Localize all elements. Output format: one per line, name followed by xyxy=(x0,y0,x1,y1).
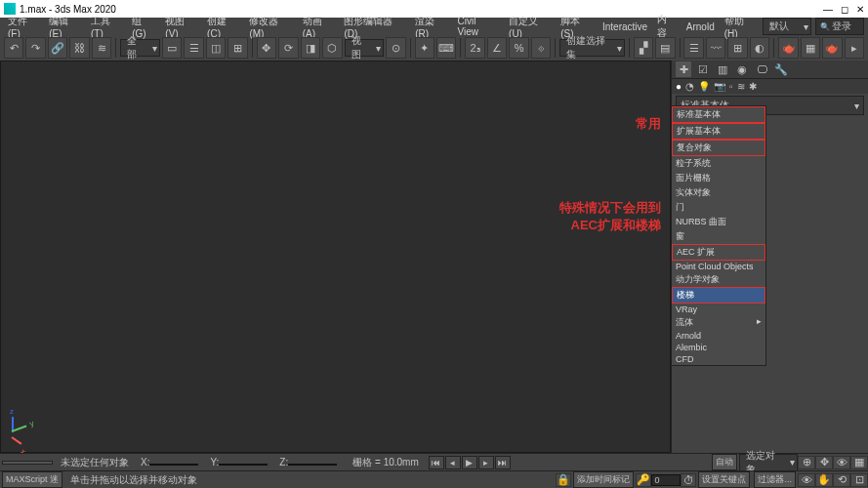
menu-customize[interactable]: 自定义(U) xyxy=(505,15,555,39)
key-icon[interactable]: 🔑 xyxy=(636,473,651,487)
frame-input[interactable]: 0 xyxy=(651,474,681,486)
lights-icon[interactable]: 💡 xyxy=(698,81,710,92)
menu-item-13[interactable]: VRay xyxy=(672,304,765,315)
setkey-button[interactable]: 设置关键点 xyxy=(698,471,750,488)
menu-item-8[interactable]: 窗 xyxy=(672,229,765,244)
menu-content[interactable]: 内容 xyxy=(653,13,681,40)
maximize-button[interactable]: ◻ xyxy=(841,4,848,15)
manipulate-button[interactable]: ✦ xyxy=(415,37,434,59)
menu-item-4[interactable]: 面片栅格 xyxy=(672,171,765,185)
nav-icon-2[interactable]: ✥ xyxy=(815,456,833,469)
menu-item-0[interactable]: 标准基本体 xyxy=(672,106,765,123)
menu-item-6[interactable]: 门 xyxy=(672,200,765,215)
snap-button[interactable]: 2₃ xyxy=(465,37,484,59)
render-setup-button[interactable]: 🫖 xyxy=(778,37,798,59)
timeconfig-icon[interactable]: ⏱ xyxy=(681,473,696,487)
menu-item-10[interactable]: Point Cloud Objects xyxy=(672,261,765,272)
nav-icon-4[interactable]: ▦ xyxy=(850,456,868,469)
bind-button[interactable]: ≋ xyxy=(92,37,111,59)
signin-button[interactable]: 登录 xyxy=(815,18,864,35)
coord-y-input[interactable] xyxy=(219,464,268,466)
keyfilter-dropdown[interactable]: 选定对象 xyxy=(739,454,798,471)
coord-x-input[interactable] xyxy=(149,464,198,466)
unlink-button[interactable]: ⛓ xyxy=(69,37,89,59)
menu-item-5[interactable]: 实体对象 xyxy=(672,185,765,200)
menu-item-16[interactable]: Alembic xyxy=(672,342,765,353)
window-crossing-button[interactable]: ⊞ xyxy=(227,37,247,59)
layer-button[interactable]: ☰ xyxy=(683,37,703,59)
systems-icon[interactable]: ✱ xyxy=(749,81,757,92)
menu-animation[interactable]: 动画(A) xyxy=(299,15,339,39)
viewport[interactable] xyxy=(0,61,671,453)
modify-tab-icon[interactable]: ☑ xyxy=(695,61,711,77)
lock-icon[interactable]: 🔒 xyxy=(556,473,571,487)
selection-filter-dropdown[interactable]: 全部 xyxy=(120,39,159,57)
nav-icon-1[interactable]: ⊕ xyxy=(798,456,815,469)
select-button[interactable]: ▭ xyxy=(162,37,182,59)
maxscript-label[interactable]: MAXScript 迷 xyxy=(2,471,62,488)
geometry-icon[interactable]: ● xyxy=(676,81,682,92)
spacewarps-icon[interactable]: ≋ xyxy=(737,81,745,92)
keyboard-button[interactable]: ⌨ xyxy=(436,37,456,59)
curve-editor-button[interactable]: 〰 xyxy=(706,37,725,59)
menu-create[interactable]: 创建(C) xyxy=(203,15,243,39)
motion-tab-icon[interactable]: ◉ xyxy=(734,61,750,77)
menu-rendering[interactable]: 渲染(R) xyxy=(411,15,451,39)
select-region-button[interactable]: ◫ xyxy=(206,37,226,59)
angle-snap-button[interactable]: ∠ xyxy=(487,37,507,59)
minimize-button[interactable]: — xyxy=(823,4,833,15)
menu-item-14[interactable]: 流体 xyxy=(672,315,765,330)
menu-item-3[interactable]: 粒子系统 xyxy=(672,156,765,171)
schematic-button[interactable]: ⊞ xyxy=(727,37,747,59)
menu-edit[interactable]: 编辑(E) xyxy=(45,15,85,39)
material-button[interactable]: ◐ xyxy=(750,37,769,59)
cameras-icon[interactable]: 📷 xyxy=(714,81,725,92)
menu-arnold[interactable]: Arnold xyxy=(682,21,719,32)
placement-button[interactable]: ⬡ xyxy=(322,37,342,59)
mirror-button[interactable]: ▞ xyxy=(634,37,653,59)
helpers-icon[interactable]: ▫ xyxy=(729,81,733,92)
display-tab-icon[interactable]: 🖵 xyxy=(754,61,769,77)
menu-view[interactable]: 视图(V) xyxy=(161,15,201,39)
rotate-button[interactable]: ⟳ xyxy=(278,37,298,59)
menu-item-2[interactable]: 复合对象 xyxy=(672,140,765,156)
menu-file[interactable]: 文件(F) xyxy=(4,15,43,39)
menu-item-7[interactable]: NURBS 曲面 xyxy=(672,215,765,229)
spinner-snap-button[interactable]: ⟐ xyxy=(531,37,551,59)
goto-start-button[interactable]: ⏮ xyxy=(429,456,444,469)
menu-item-17[interactable]: CFD xyxy=(672,353,765,365)
menu-item-11[interactable]: 动力学对象 xyxy=(672,272,765,287)
script-listener[interactable] xyxy=(2,461,53,465)
autokey-button[interactable]: 自动 xyxy=(712,454,737,470)
menu-help[interactable]: 帮助(H) xyxy=(721,15,761,39)
named-selection-dropdown[interactable]: 创建选择集 xyxy=(559,39,624,57)
shapes-icon[interactable]: ◔ xyxy=(685,81,694,92)
menu-item-9[interactable]: AEC 扩展 xyxy=(672,244,765,261)
align-button[interactable]: ▤ xyxy=(655,37,675,59)
undo-button[interactable]: ↶ xyxy=(4,37,23,59)
utilities-tab-icon[interactable]: 🔧 xyxy=(773,61,789,77)
workspace-label[interactable]: 默认 xyxy=(763,18,811,35)
play-button[interactable]: ▶ xyxy=(462,456,477,469)
nav-icon-3[interactable]: 👁 xyxy=(833,456,850,469)
nav-icon-5[interactable]: 👁 xyxy=(798,473,815,487)
render-frame-button[interactable]: ▦ xyxy=(801,37,820,59)
coord-z-input[interactable] xyxy=(288,464,337,466)
render-button[interactable]: 🫖 xyxy=(822,37,842,59)
scale-button[interactable]: ◨ xyxy=(301,37,320,59)
nav-icon-8[interactable]: ⊡ xyxy=(850,473,868,487)
menu-tools[interactable]: 工具(T) xyxy=(87,15,126,39)
keyfilters-button[interactable]: 过滤器... xyxy=(754,471,796,488)
timetag-button[interactable]: 添加时间标记 xyxy=(573,471,634,488)
goto-end-button[interactable]: ⏭ xyxy=(495,456,511,469)
menu-item-1[interactable]: 扩展基本体 xyxy=(672,123,765,140)
nav-icon-6[interactable]: ✋ xyxy=(815,473,833,487)
menu-item-12[interactable]: 楼梯 xyxy=(672,287,765,304)
menu-interactive[interactable]: Interactive xyxy=(599,21,651,32)
move-button[interactable]: ✥ xyxy=(257,37,276,59)
select-name-button[interactable]: ☰ xyxy=(184,37,203,59)
link-button[interactable]: 🔗 xyxy=(48,37,67,59)
nav-icon-7[interactable]: ⟲ xyxy=(833,473,850,487)
percent-snap-button[interactable]: % xyxy=(509,37,528,59)
hierarchy-tab-icon[interactable]: ▥ xyxy=(715,61,730,77)
